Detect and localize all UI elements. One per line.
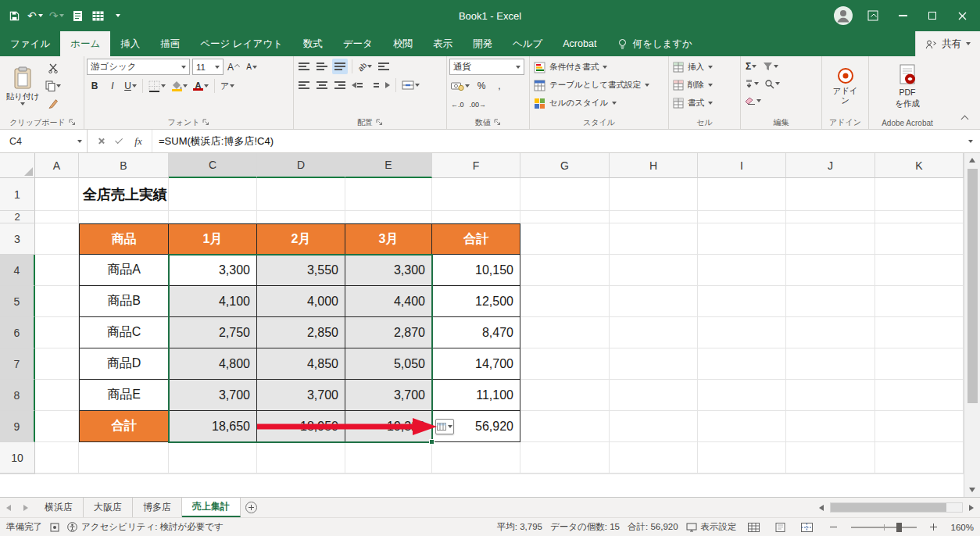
zoom-out-button[interactable] (824, 520, 843, 535)
cell[interactable] (35, 223, 79, 255)
cell[interactable] (169, 442, 257, 473)
accessibility-status[interactable]: アクセシビリティ: 検討が必要です (67, 521, 224, 533)
row-header-5[interactable]: 5 (0, 286, 35, 317)
sheet-nav-right-button[interactable] (17, 498, 34, 517)
italic-button[interactable]: I (105, 78, 120, 94)
cell-B6[interactable]: 商品C (79, 317, 169, 348)
tab-formulas[interactable]: 数式 (293, 31, 333, 56)
cell[interactable] (610, 380, 698, 411)
cell-B8[interactable]: 商品E (79, 380, 169, 411)
column-header-H[interactable]: H (610, 153, 698, 178)
cell[interactable] (520, 211, 610, 223)
paste-button[interactable]: 貼り付け (4, 59, 41, 113)
fill-button[interactable] (743, 76, 760, 91)
cell[interactable] (610, 178, 698, 211)
cell[interactable] (875, 178, 964, 211)
share-button[interactable]: 共有 (915, 31, 980, 56)
row-header-3[interactable]: 3 (0, 223, 35, 255)
cell-E9[interactable]: 19,320 (345, 411, 432, 442)
zoom-level[interactable]: 160% (951, 523, 974, 532)
copy-button[interactable] (44, 78, 63, 94)
cell[interactable] (698, 178, 786, 211)
scroll-up-button[interactable] (964, 153, 980, 167)
column-header-K[interactable]: K (875, 153, 964, 178)
cell-F6[interactable]: 8,470 (432, 317, 520, 348)
tab-draw[interactable]: 描画 (150, 31, 190, 56)
cell-B5[interactable]: 商品B (79, 286, 169, 317)
cell[interactable] (35, 178, 79, 211)
merge-center-button[interactable] (400, 77, 421, 93)
cell[interactable] (610, 211, 698, 223)
cut-button[interactable] (44, 60, 63, 76)
cell[interactable] (610, 473, 698, 474)
cell-E3[interactable]: 3月 (345, 223, 432, 255)
cell[interactable] (169, 473, 257, 474)
align-left-button[interactable] (296, 77, 312, 93)
row-header-2[interactable]: 2 (0, 211, 35, 223)
font-dialog-launcher[interactable] (202, 119, 209, 127)
cell[interactable] (610, 223, 698, 255)
fill-handle[interactable] (429, 439, 435, 445)
cell-B1[interactable]: 全店売上実績 (79, 178, 169, 211)
cell[interactable] (610, 411, 698, 442)
cell-C3[interactable]: 1月 (169, 223, 257, 255)
comma-style-button[interactable]: , (492, 78, 507, 94)
new-sheet-button[interactable] (241, 498, 261, 517)
account-avatar[interactable] (830, 3, 857, 28)
cell-F3[interactable]: 合計 (432, 223, 520, 255)
cell[interactable] (786, 178, 875, 211)
sheet-tab-osaka[interactable]: 大阪店 (84, 498, 133, 517)
cell[interactable] (520, 286, 610, 317)
cell[interactable] (257, 473, 345, 474)
cell[interactable] (520, 317, 610, 348)
borders-button[interactable] (147, 78, 167, 94)
cell[interactable] (610, 442, 698, 473)
row-header-9[interactable]: 9 (0, 411, 35, 442)
ribbon-display-options-button[interactable] (860, 3, 886, 28)
cell[interactable] (698, 380, 786, 411)
cell-D9[interactable]: 18,950 (257, 411, 345, 442)
cell-B9[interactable]: 合計 (79, 411, 169, 442)
cell-E8[interactable]: 3,700 (345, 380, 432, 411)
increase-font-button[interactable]: A (226, 59, 241, 75)
create-pdf-button[interactable]: PDF を作成 (885, 59, 929, 113)
cell-D8[interactable]: 3,700 (257, 380, 345, 411)
cell[interactable] (169, 211, 257, 223)
cell[interactable] (79, 442, 169, 473)
decrease-indent-button[interactable] (350, 77, 370, 93)
cell[interactable] (610, 317, 698, 348)
cell[interactable] (79, 211, 169, 223)
qat-customize-button[interactable] (109, 5, 127, 26)
column-header-E[interactable]: E (345, 153, 432, 178)
qat-document-button[interactable] (68, 5, 87, 26)
cell[interactable] (875, 255, 964, 286)
zoom-in-button[interactable] (925, 520, 943, 535)
increase-decimal-button[interactable]: ←.0 (449, 97, 466, 113)
decrease-font-button[interactable]: A (244, 59, 259, 75)
cell[interactable] (257, 178, 345, 211)
cell[interactable] (698, 286, 786, 317)
cell[interactable] (786, 380, 875, 411)
cell[interactable] (786, 473, 875, 474)
cell[interactable] (35, 348, 79, 380)
number-format-select[interactable]: 通貨 (449, 59, 524, 75)
cell-F7[interactable]: 14,700 (432, 348, 520, 380)
cell[interactable] (520, 411, 610, 442)
cell-B3[interactable]: 商品 (79, 223, 169, 255)
cell[interactable] (35, 442, 79, 473)
cell[interactable] (698, 442, 786, 473)
tell-me-box[interactable]: 何をしますか (606, 31, 703, 56)
page-layout-view-button[interactable] (771, 520, 790, 535)
macro-record-button[interactable] (50, 523, 59, 532)
cell-C6[interactable]: 2,750 (169, 317, 257, 348)
cell-C4-active[interactable]: 3,300 (169, 255, 257, 286)
phonetic-guide-button[interactable]: ア (219, 78, 236, 94)
align-right-button[interactable] (332, 77, 348, 93)
formula-bar-expand-button[interactable] (961, 130, 980, 152)
row-header-7[interactable]: 7 (0, 348, 35, 380)
number-dialog-launcher[interactable] (494, 119, 501, 127)
redo-button[interactable]: ↷ (47, 5, 67, 26)
accounting-format-button[interactable] (449, 78, 471, 94)
cell-C9[interactable]: 18,650 (169, 411, 257, 442)
row-header-1[interactable]: 1 (0, 178, 35, 211)
